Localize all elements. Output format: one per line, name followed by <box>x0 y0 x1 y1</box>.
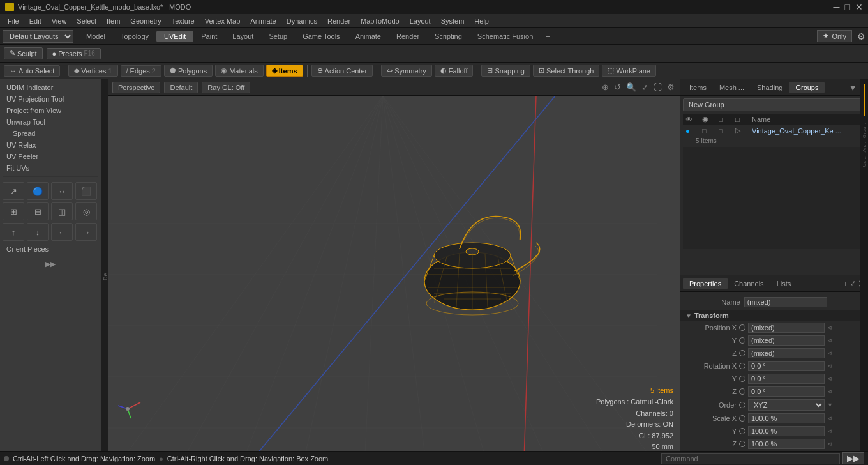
polygons-btn[interactable]: ⬟ Polygons <box>164 65 213 77</box>
lock-icon[interactable]: □ <box>719 127 734 135</box>
order-circle[interactable] <box>739 402 745 408</box>
tool-btn-8[interactable]: ◎ <box>75 202 97 220</box>
rotation-z-input[interactable] <box>748 386 825 397</box>
menu-item[interactable]: Item <box>101 16 125 26</box>
rotation-z-drag[interactable]: ⊲ <box>827 388 832 395</box>
rpanel-tab-items[interactable]: Items <box>683 82 713 93</box>
menu-dynamics[interactable]: Dynamics <box>281 16 322 26</box>
render-icon[interactable]: □ <box>702 127 717 135</box>
tab-paint[interactable]: Paint <box>193 31 225 42</box>
scale-z-drag[interactable]: ⊲ <box>827 441 832 447</box>
scale-y-drag[interactable]: ⊲ <box>827 428 832 434</box>
action-center-btn[interactable]: ⊕ Action Center <box>311 65 373 77</box>
uv-projection-tool[interactable]: UV Projection Tool <box>3 93 98 105</box>
menu-edit[interactable]: Edit <box>24 16 47 26</box>
expand-tools[interactable]: ▶▶ <box>3 260 98 268</box>
orient-pieces[interactable]: Orient Pieces <box>3 243 98 255</box>
scale-x-circle[interactable] <box>739 415 745 422</box>
uv-peeler[interactable]: UV Peeler <box>3 151 98 162</box>
viewport[interactable]: Perspective Default Ray GL: Off ⊕ ↺ 🔍 ⤢ … <box>108 79 680 465</box>
vp-settings-icon[interactable]: ⚙ <box>666 81 676 93</box>
new-group-button[interactable]: New Group <box>683 98 865 111</box>
gear-icon[interactable]: ⚙ <box>857 31 865 42</box>
vertices-btn[interactable]: ◆ Vertices 1 <box>68 65 117 77</box>
menu-select[interactable]: Select <box>71 16 101 26</box>
position-y-input[interactable] <box>748 335 825 346</box>
scale-y-circle[interactable] <box>739 428 745 434</box>
only-button[interactable]: ★ Only <box>817 30 852 42</box>
rotation-x-drag[interactable]: ⊲ <box>827 363 832 369</box>
tool-btn-5[interactable]: ⊞ <box>3 202 24 220</box>
tool-btn-1[interactable]: ↗ <box>3 182 24 200</box>
prop-tab-properties[interactable]: Properties <box>683 278 728 289</box>
scale-x-input[interactable] <box>748 413 825 423</box>
scale-x-drag[interactable]: ⊲ <box>827 415 832 422</box>
menu-animate[interactable]: Animate <box>245 16 281 26</box>
project-from-view[interactable]: Project from View <box>3 105 98 116</box>
position-y-drag[interactable]: ⊲ <box>827 337 832 344</box>
menu-view[interactable]: View <box>47 16 72 26</box>
scale-y-input[interactable] <box>748 426 825 436</box>
menu-maptomodo[interactable]: MapToModo <box>355 16 405 26</box>
menu-vertexmap[interactable]: Vertex Map <box>200 16 246 26</box>
vp-search-icon[interactable]: 🔍 <box>625 81 638 93</box>
tab-gametools[interactable]: Game Tools <box>295 31 348 42</box>
menu-system[interactable]: System <box>436 16 470 26</box>
raygl-btn[interactable]: Ray GL: Off <box>202 82 250 93</box>
tool-btn-12[interactable]: → <box>75 223 97 241</box>
tab-render[interactable]: Render <box>389 31 427 42</box>
close-btn[interactable]: ✕ <box>855 2 863 12</box>
maximize-btn[interactable]: □ <box>845 2 850 12</box>
position-x-input[interactable] <box>748 323 825 333</box>
rpanel-tab-mesh[interactable]: Mesh ... <box>713 82 751 93</box>
command-input[interactable] <box>661 453 840 464</box>
rotation-y-circle[interactable] <box>739 376 745 382</box>
rotation-z-circle[interactable] <box>739 388 745 395</box>
workplane-btn[interactable]: ⬚ WorkPlane <box>602 65 656 77</box>
auto-select-btn[interactable]: ↔ Auto Select <box>4 65 60 77</box>
rotation-y-input[interactable] <box>748 374 825 384</box>
tool-btn-11[interactable]: ← <box>51 223 73 241</box>
scale-z-input[interactable] <box>748 439 825 449</box>
section-arrow[interactable]: ▼ <box>685 312 692 319</box>
tab-setup[interactable]: Setup <box>261 31 295 42</box>
tool-btn-7[interactable]: ◫ <box>51 202 73 220</box>
falloff-btn[interactable]: ◐ Falloff <box>435 65 474 77</box>
vp-refresh-icon[interactable]: ↺ <box>613 81 622 93</box>
tab-uvedit[interactable]: UVEdit <box>156 31 193 42</box>
statusbar-arrow-btn[interactable]: ▶▶ <box>842 452 864 464</box>
order-select[interactable]: XYZ XZY YXZ YZX ZXY ZYX <box>748 399 825 411</box>
udim-indicator[interactable]: UDIM Indicator <box>3 82 98 93</box>
position-z-circle[interactable] <box>739 350 745 356</box>
scene-item-row[interactable]: ● □ □ ▷ Vintage_Oval_Copper_Ke ... <box>683 125 865 137</box>
rotation-x-input[interactable] <box>748 361 825 371</box>
tool-btn-9[interactable]: ↑ <box>3 223 24 241</box>
props-expand-btn[interactable]: ⤢ <box>850 279 856 287</box>
tool-btn-2[interactable]: 🔵 <box>27 182 49 200</box>
prop-tab-lists[interactable]: Lists <box>770 278 798 289</box>
sculpt-button[interactable]: ✎ Sculpt <box>4 47 43 59</box>
rpanel-tab-shading[interactable]: Shading <box>751 82 789 93</box>
position-y-circle[interactable] <box>739 337 745 344</box>
tab-scripting[interactable]: Scripting <box>427 31 470 42</box>
menu-help[interactable]: Help <box>469 16 494 26</box>
tab-model[interactable]: Model <box>79 31 113 42</box>
fit-uvs[interactable]: Fit UVs <box>3 162 98 174</box>
menu-geometry[interactable]: Geometry <box>125 16 166 26</box>
rotation-y-drag[interactable]: ⊲ <box>827 376 832 382</box>
vp-fullscreen-icon[interactable]: ⛶ <box>652 81 663 93</box>
position-x-drag[interactable]: ⊲ <box>827 324 832 331</box>
select-through-btn[interactable]: ⊡ Select Through <box>533 65 599 77</box>
menu-layout[interactable]: Layout <box>405 16 436 26</box>
props-plus-btn[interactable]: + <box>844 280 848 287</box>
minimize-btn[interactable]: ─ <box>834 2 840 12</box>
presets-button[interactable]: ● Presets F16 <box>47 48 101 59</box>
materials-btn[interactable]: ◉ Materials <box>215 65 264 77</box>
tool-btn-3[interactable]: ↔ <box>51 182 73 200</box>
rpanel-expand-btn[interactable]: ▼ <box>848 82 857 93</box>
scale-z-circle[interactable] <box>739 441 745 447</box>
spread-tool[interactable]: Spread <box>3 128 98 139</box>
tab-layout[interactable]: Layout <box>225 31 261 42</box>
window-controls[interactable]: ─ □ ✕ <box>834 2 863 12</box>
shading-btn[interactable]: Default <box>164 82 198 93</box>
